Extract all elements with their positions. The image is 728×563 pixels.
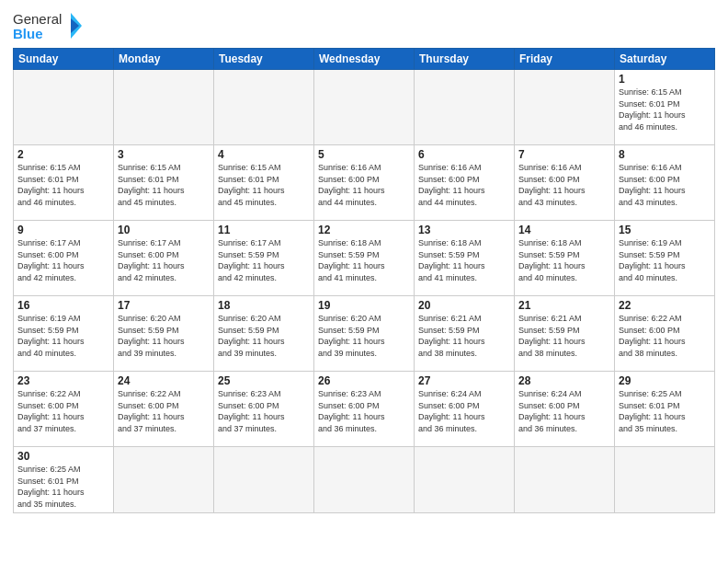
- calendar-cell: 13Sunrise: 6:18 AM Sunset: 5:59 PM Dayli…: [415, 221, 515, 296]
- calendar-cell: 22Sunrise: 6:22 AM Sunset: 6:00 PM Dayli…: [615, 296, 715, 372]
- day-number: 6: [418, 148, 510, 161]
- day-number: 28: [518, 374, 610, 387]
- calendar-cell: 21Sunrise: 6:21 AM Sunset: 5:59 PM Dayli…: [515, 296, 615, 372]
- day-info: Sunrise: 6:20 AM Sunset: 5:59 PM Dayligh…: [218, 313, 310, 359]
- day-number: 26: [318, 374, 410, 387]
- day-number: 18: [218, 299, 310, 312]
- calendar-cell: [415, 70, 515, 145]
- page: GeneralBlue SundayMondayTuesdayWednesday…: [0, 0, 728, 563]
- calendar-dow-sunday: Sunday: [14, 49, 114, 70]
- day-number: 16: [17, 299, 109, 312]
- header: GeneralBlue: [13, 9, 715, 42]
- calendar-cell: 19Sunrise: 6:20 AM Sunset: 5:59 PM Dayli…: [314, 296, 415, 372]
- calendar-cell: 4Sunrise: 6:15 AM Sunset: 6:01 PM Daylig…: [214, 145, 314, 221]
- day-info: Sunrise: 6:24 AM Sunset: 6:00 PM Dayligh…: [418, 388, 510, 434]
- calendar-cell: 15Sunrise: 6:19 AM Sunset: 5:59 PM Dayli…: [615, 221, 715, 296]
- calendar-dow-tuesday: Tuesday: [214, 49, 314, 70]
- day-info: Sunrise: 6:25 AM Sunset: 6:01 PM Dayligh…: [17, 464, 109, 510]
- day-number: 19: [318, 299, 410, 312]
- day-info: Sunrise: 6:15 AM Sunset: 6:01 PM Dayligh…: [619, 86, 711, 132]
- day-info: Sunrise: 6:18 AM Sunset: 5:59 PM Dayligh…: [518, 237, 610, 283]
- day-info: Sunrise: 6:24 AM Sunset: 6:00 PM Dayligh…: [518, 388, 610, 434]
- day-info: Sunrise: 6:17 AM Sunset: 6:00 PM Dayligh…: [118, 237, 210, 283]
- day-info: Sunrise: 6:22 AM Sunset: 6:00 PM Dayligh…: [619, 313, 711, 359]
- day-info: Sunrise: 6:16 AM Sunset: 6:00 PM Dayligh…: [518, 162, 610, 208]
- day-number: 15: [619, 224, 711, 236]
- calendar-dow-wednesday: Wednesday: [314, 49, 415, 70]
- calendar-cell: 3Sunrise: 6:15 AM Sunset: 6:01 PM Daylig…: [114, 145, 214, 221]
- calendar-cell: 14Sunrise: 6:18 AM Sunset: 5:59 PM Dayli…: [515, 221, 615, 296]
- day-number: 29: [619, 374, 711, 387]
- calendar-dow-saturday: Saturday: [615, 49, 715, 70]
- calendar-week-row: 1Sunrise: 6:15 AM Sunset: 6:01 PM Daylig…: [14, 70, 715, 145]
- calendar-cell: 28Sunrise: 6:24 AM Sunset: 6:00 PM Dayli…: [515, 372, 615, 447]
- calendar-week-row: 9Sunrise: 6:17 AM Sunset: 6:00 PM Daylig…: [14, 221, 715, 296]
- day-info: Sunrise: 6:17 AM Sunset: 5:59 PM Dayligh…: [218, 237, 310, 283]
- day-number: 11: [218, 224, 310, 236]
- calendar-cell: 8Sunrise: 6:16 AM Sunset: 6:00 PM Daylig…: [615, 145, 715, 221]
- calendar-cell: 6Sunrise: 6:16 AM Sunset: 6:00 PM Daylig…: [415, 145, 515, 221]
- calendar-week-row: 30Sunrise: 6:25 AM Sunset: 6:01 PM Dayli…: [14, 447, 715, 513]
- day-info: Sunrise: 6:17 AM Sunset: 6:00 PM Dayligh…: [17, 237, 109, 283]
- calendar-header-row: SundayMondayTuesdayWednesdayThursdayFrid…: [14, 49, 715, 70]
- calendar-cell: [314, 70, 415, 145]
- day-info: Sunrise: 6:15 AM Sunset: 6:01 PM Dayligh…: [218, 162, 310, 208]
- calendar-table: SundayMondayTuesdayWednesdayThursdayFrid…: [13, 48, 715, 513]
- day-number: 23: [17, 374, 109, 387]
- calendar-cell: [14, 70, 114, 145]
- calendar-cell: 26Sunrise: 6:23 AM Sunset: 6:00 PM Dayli…: [314, 372, 415, 447]
- day-number: 10: [118, 224, 210, 236]
- day-info: Sunrise: 6:23 AM Sunset: 6:00 PM Dayligh…: [318, 388, 410, 434]
- calendar-cell: 12Sunrise: 6:18 AM Sunset: 5:59 PM Dayli…: [314, 221, 415, 296]
- day-info: Sunrise: 6:19 AM Sunset: 5:59 PM Dayligh…: [17, 313, 109, 359]
- calendar-week-row: 2Sunrise: 6:15 AM Sunset: 6:01 PM Daylig…: [14, 145, 715, 221]
- day-info: Sunrise: 6:16 AM Sunset: 6:00 PM Dayligh…: [318, 162, 410, 208]
- day-info: Sunrise: 6:16 AM Sunset: 6:00 PM Dayligh…: [418, 162, 510, 208]
- calendar-cell: 17Sunrise: 6:20 AM Sunset: 5:59 PM Dayli…: [114, 296, 214, 372]
- day-number: 3: [118, 148, 210, 161]
- svg-text:General: General: [13, 11, 62, 27]
- calendar-cell: [114, 447, 214, 513]
- calendar-cell: 9Sunrise: 6:17 AM Sunset: 6:00 PM Daylig…: [14, 221, 114, 296]
- calendar-cell: [314, 447, 415, 513]
- calendar-week-row: 16Sunrise: 6:19 AM Sunset: 5:59 PM Dayli…: [14, 296, 715, 372]
- calendar-cell: 10Sunrise: 6:17 AM Sunset: 6:00 PM Dayli…: [114, 221, 214, 296]
- day-info: Sunrise: 6:25 AM Sunset: 6:01 PM Dayligh…: [619, 388, 711, 434]
- calendar-dow-friday: Friday: [515, 49, 615, 70]
- day-info: Sunrise: 6:22 AM Sunset: 6:00 PM Dayligh…: [17, 388, 109, 434]
- day-number: 25: [218, 374, 310, 387]
- calendar-cell: [415, 447, 515, 513]
- day-info: Sunrise: 6:20 AM Sunset: 5:59 PM Dayligh…: [318, 313, 410, 359]
- calendar-cell: 24Sunrise: 6:22 AM Sunset: 6:00 PM Dayli…: [114, 372, 214, 447]
- day-number: 13: [418, 224, 510, 236]
- calendar-cell: 25Sunrise: 6:23 AM Sunset: 6:00 PM Dayli…: [214, 372, 314, 447]
- calendar-dow-thursday: Thursday: [415, 49, 515, 70]
- day-number: 14: [518, 224, 610, 236]
- svg-text:Blue: Blue: [13, 26, 43, 41]
- day-number: 7: [518, 148, 610, 161]
- calendar-cell: 11Sunrise: 6:17 AM Sunset: 5:59 PM Dayli…: [214, 221, 314, 296]
- day-number: 30: [17, 450, 109, 463]
- day-number: 9: [17, 224, 109, 236]
- calendar-cell: 5Sunrise: 6:16 AM Sunset: 6:00 PM Daylig…: [314, 145, 415, 221]
- calendar-cell: 2Sunrise: 6:15 AM Sunset: 6:01 PM Daylig…: [14, 145, 114, 221]
- day-number: 1: [619, 73, 711, 86]
- day-info: Sunrise: 6:18 AM Sunset: 5:59 PM Dayligh…: [418, 237, 510, 283]
- calendar-cell: [214, 70, 314, 145]
- day-number: 22: [619, 299, 711, 312]
- day-number: 20: [418, 299, 510, 312]
- calendar-cell: 29Sunrise: 6:25 AM Sunset: 6:01 PM Dayli…: [615, 372, 715, 447]
- calendar-cell: 18Sunrise: 6:20 AM Sunset: 5:59 PM Dayli…: [214, 296, 314, 372]
- day-number: 21: [518, 299, 610, 312]
- day-info: Sunrise: 6:21 AM Sunset: 5:59 PM Dayligh…: [418, 313, 510, 359]
- calendar-cell: 30Sunrise: 6:25 AM Sunset: 6:01 PM Dayli…: [14, 447, 114, 513]
- calendar-cell: 7Sunrise: 6:16 AM Sunset: 6:00 PM Daylig…: [515, 145, 615, 221]
- calendar-cell: [615, 447, 715, 513]
- day-info: Sunrise: 6:16 AM Sunset: 6:00 PM Dayligh…: [619, 162, 711, 208]
- day-info: Sunrise: 6:21 AM Sunset: 5:59 PM Dayligh…: [518, 313, 610, 359]
- calendar-cell: [214, 447, 314, 513]
- calendar-cell: 20Sunrise: 6:21 AM Sunset: 5:59 PM Dayli…: [415, 296, 515, 372]
- day-number: 24: [118, 374, 210, 387]
- day-number: 27: [418, 374, 510, 387]
- day-number: 8: [619, 148, 711, 161]
